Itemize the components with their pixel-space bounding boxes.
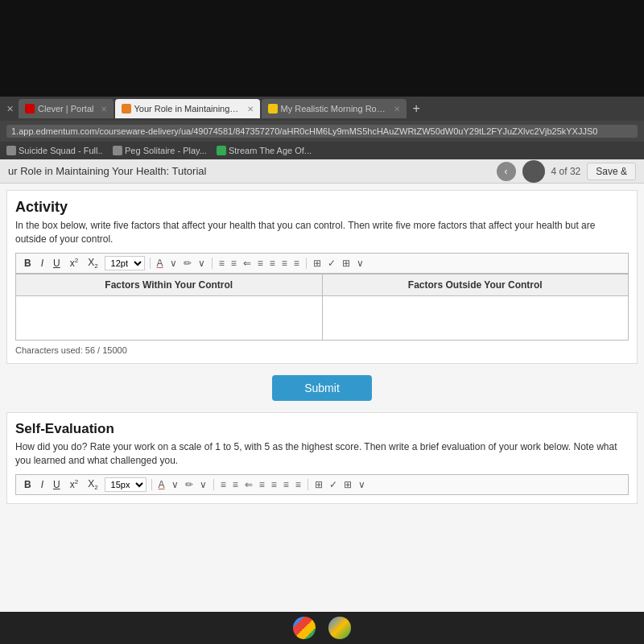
font-size-select[interactable]: 12pt 10pt 14pt 16pt [105, 256, 145, 270]
underline-button[interactable]: U [50, 257, 64, 270]
subscript-button[interactable]: X2 [85, 256, 101, 270]
activity-title: Activity [15, 199, 629, 216]
text-color-button[interactable]: A [155, 257, 165, 270]
bookmark-icon-1 [6, 146, 16, 155]
self-eval-ol-icon[interactable]: ≡ [231, 478, 240, 491]
activity-toolbar: B I U x2 X2 12pt 10pt 14pt 16pt A ∨ ✏ ∨ … [15, 253, 629, 274]
clever-tab-label: Clever | Portal [38, 104, 94, 114]
bookmark-icon-3 [217, 146, 226, 155]
ordered-list-icon[interactable]: ≡ [229, 257, 238, 270]
pencil-icon[interactable]: ✏ [182, 257, 193, 270]
tab-role[interactable]: Your Role in Maintaining Your H... ✕ [115, 99, 260, 118]
self-eval-underline-button[interactable]: U [50, 478, 64, 491]
self-eval-table-chevron[interactable]: ∨ [357, 478, 367, 491]
self-eval-separator-3 [308, 479, 308, 490]
bookmark-peg-solitaire[interactable]: Peg Solitaire - Play... [113, 146, 207, 155]
taskbar [0, 612, 644, 644]
page-title: ur Role in Maintaining Your Health: Tuto… [8, 165, 206, 177]
bookmark-icon-2 [113, 146, 122, 155]
self-eval-align-justify-icon[interactable]: ≡ [294, 478, 303, 491]
self-eval-separator-2 [213, 479, 214, 490]
image-insert-icon[interactable]: ⊞ [312, 257, 323, 270]
self-eval-color-chevron[interactable]: ∨ [170, 478, 180, 491]
submit-area: Submit [0, 375, 644, 401]
self-eval-superscript-button[interactable]: x2 [67, 477, 81, 491]
self-eval-italic-button[interactable]: I [38, 478, 47, 491]
align-right-icon[interactable]: ≡ [280, 257, 289, 270]
outdent-icon[interactable]: ⇐ [242, 257, 253, 270]
self-eval-image-icon[interactable]: ⊞ [313, 478, 324, 491]
tab-close-first[interactable]: ✕ [3, 104, 17, 114]
role-tab-label: Your Role in Maintaining Your H... [134, 104, 241, 114]
add-tab-button[interactable]: + [408, 101, 425, 116]
role-favicon [122, 104, 131, 114]
routine-tab-close[interactable]: ✕ [394, 105, 400, 114]
self-eval-toolbar: B I U x2 X2 15px 12px 14px 16px A ∨ ✏ ∨ … [15, 474, 629, 495]
self-eval-separator-1 [151, 479, 152, 490]
checkmark-icon[interactable]: ✓ [326, 257, 337, 270]
nav-back-button[interactable]: ‹ [497, 162, 516, 181]
self-eval-align-left-icon[interactable]: ≡ [258, 478, 266, 491]
table-chevron-icon[interactable]: ∨ [355, 257, 365, 270]
self-eval-text-color-button[interactable]: A [157, 478, 167, 491]
self-eval-outdent-icon[interactable]: ⇐ [243, 478, 254, 491]
bookmark-label-3: Stream The Age Of... [229, 146, 312, 155]
unordered-list-icon[interactable]: ≡ [217, 257, 226, 270]
routine-tab-label: My Realistic Morning Routine Fo... [281, 104, 387, 114]
toolbar-separator-2 [212, 258, 213, 269]
routine-favicon [268, 104, 278, 114]
bookmarks-bar: Suicide Squad - Full... Peg Solitaire - … [0, 142, 644, 159]
align-left-icon[interactable]: ≡ [256, 257, 265, 270]
save-button[interactable]: Save & [587, 163, 636, 180]
self-eval-ul-icon[interactable]: ≡ [219, 478, 228, 491]
self-eval-subscript-button[interactable]: X2 [85, 477, 101, 492]
tab-clever[interactable]: Clever | Portal ✕ [19, 99, 114, 118]
activity-description: In the box below, write five factors tha… [15, 219, 629, 246]
nav-circle-button[interactable] [522, 160, 545, 183]
bookmark-stream-age[interactable]: Stream The Age Of... [217, 146, 312, 155]
self-eval-pencil-chevron[interactable]: ∨ [198, 478, 208, 491]
google-taskbar-icon[interactable] [293, 617, 316, 639]
page-navigation: ‹ 4 of 32 Save & [497, 160, 636, 183]
align-center-icon[interactable]: ≡ [268, 257, 277, 270]
submit-button[interactable]: Submit [272, 375, 372, 401]
address-bar: 1.app.edmentum.com/courseware-delivery/u… [0, 121, 644, 142]
col-within-header: Factors Within Your Control [16, 274, 323, 295]
col-outside-cell[interactable] [322, 295, 629, 340]
self-eval-pencil-icon[interactable]: ✏ [184, 478, 195, 491]
table-insert-icon[interactable]: ⊞ [341, 257, 352, 270]
character-count: Characters used: 56 / 15000 [15, 345, 629, 355]
self-eval-align-right-icon[interactable]: ≡ [282, 478, 291, 491]
bookmark-suicide-squad[interactable]: Suicide Squad - Full... [6, 146, 103, 155]
role-tab-close[interactable]: ✕ [247, 105, 254, 114]
self-eval-bold-button[interactable]: B [21, 478, 35, 491]
self-eval-section: Self-Evaluation How did you do? Rate you… [6, 412, 638, 504]
tab-routine[interactable]: My Realistic Morning Routine Fo... ✕ [262, 99, 407, 118]
top-dark-area [0, 0, 644, 97]
self-eval-description: How did you do? Rate your work on a scal… [15, 440, 629, 468]
activity-section: Activity In the box below, write five fa… [6, 190, 638, 364]
back-arrow-icon: ‹ [505, 166, 508, 177]
activity-table: Factors Within Your Control Factors Outs… [15, 274, 629, 341]
bold-button[interactable]: B [21, 257, 35, 270]
self-eval-check-icon[interactable]: ✓ [328, 478, 339, 491]
superscript-button[interactable]: x2 [67, 256, 81, 270]
gdrive-taskbar-icon[interactable] [328, 617, 351, 639]
self-eval-table-icon[interactable]: ⊞ [342, 478, 353, 491]
url-input[interactable]: 1.app.edmentum.com/courseware-delivery/u… [6, 125, 638, 138]
toolbar-separator-3 [306, 258, 307, 269]
bookmark-label-1: Suicide Squad - Full... [19, 146, 103, 155]
chevron-color-icon[interactable]: ∨ [168, 257, 179, 270]
clever-tab-close[interactable]: ✕ [101, 105, 107, 114]
page-content: ur Role in Maintaining Your Health: Tuto… [0, 159, 644, 642]
italic-button[interactable]: I [38, 257, 47, 270]
col-outside-header: Factors Outside Your Control [322, 274, 629, 295]
page-counter: 4 of 32 [551, 166, 581, 177]
toolbar-separator-1 [150, 258, 151, 269]
pencil-chevron-icon[interactable]: ∨ [196, 257, 207, 270]
self-eval-align-center-icon[interactable]: ≡ [270, 478, 279, 491]
col-within-cell[interactable] [16, 295, 323, 340]
self-eval-font-size-select[interactable]: 15px 12px 14px 16px [105, 477, 147, 492]
page-header: ur Role in Maintaining Your Health: Tuto… [0, 159, 644, 184]
align-justify-icon[interactable]: ≡ [292, 257, 301, 270]
